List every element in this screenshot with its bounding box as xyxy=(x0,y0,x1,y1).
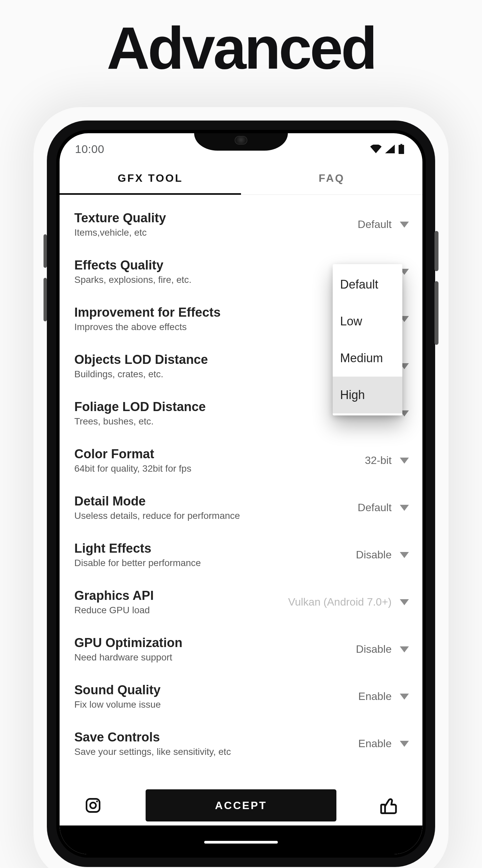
setting-row: Save ControlsSave your settings, like se… xyxy=(74,720,409,767)
setting-select[interactable]: Disable xyxy=(356,549,409,561)
phone-button-left-1 xyxy=(43,234,47,268)
tabs: GFX TOOL FAQ xyxy=(60,162,422,195)
dropdown-item[interactable]: Default xyxy=(333,266,402,303)
setting-value: Enable xyxy=(358,690,392,703)
svg-point-3 xyxy=(90,802,96,808)
chevron-down-icon xyxy=(400,693,409,700)
phone-button-left-2 xyxy=(43,278,47,321)
svg-rect-0 xyxy=(400,144,402,145)
setting-subtitle: Disable for better performance xyxy=(74,558,349,568)
tab-faq[interactable]: FAQ xyxy=(241,162,422,194)
setting-title: Color Format xyxy=(74,447,358,461)
setting-row: Graphics APIReduce GPU loadVulkan (Andro… xyxy=(74,579,409,626)
setting-value: 32-bit xyxy=(365,454,392,467)
screen: 10:00 xyxy=(60,133,422,854)
chevron-down-icon xyxy=(400,222,409,228)
setting-select[interactable]: 32-bit xyxy=(365,454,409,467)
setting-row: Light EffectsDisable for better performa… xyxy=(74,531,409,579)
page-title: Advanced xyxy=(0,19,482,78)
svg-point-4 xyxy=(96,800,98,802)
setting-title: Graphics API xyxy=(74,588,282,603)
setting-title: Texture Quality xyxy=(74,211,351,225)
setting-value: Disable xyxy=(356,643,392,655)
setting-title: Sound Quality xyxy=(74,683,351,697)
setting-row: Sound QualityFix low volume issueEnable xyxy=(74,673,409,720)
setting-subtitle: Items,vehicle, etc xyxy=(74,227,351,238)
setting-title: Detail Mode xyxy=(74,494,351,508)
phone-button-right-1 xyxy=(435,231,439,271)
dropdown-item[interactable]: Low xyxy=(333,303,402,340)
setting-title: GPU Optimization xyxy=(74,636,349,650)
thumbs-up-icon xyxy=(380,796,398,815)
setting-select[interactable]: Enable xyxy=(358,690,409,703)
setting-row: Detail ModeUseless details, reduce for p… xyxy=(74,484,409,531)
like-button[interactable] xyxy=(376,792,402,819)
dropdown-popup: DefaultLowMediumHigh xyxy=(333,264,402,415)
clock: 10:00 xyxy=(75,143,104,156)
svg-rect-1 xyxy=(399,145,404,154)
phone-button-right-2 xyxy=(435,281,439,345)
setting-meta: Save ControlsSave your settings, like se… xyxy=(74,730,358,757)
chevron-down-icon xyxy=(400,741,409,747)
setting-meta: Sound QualityFix low volume issue xyxy=(74,683,358,710)
svg-rect-5 xyxy=(381,805,385,813)
chevron-down-icon xyxy=(400,505,409,511)
setting-subtitle: Useless details, reduce for performance xyxy=(74,510,351,521)
setting-subtitle: Need hardware support xyxy=(74,652,349,663)
chevron-down-icon xyxy=(400,552,409,558)
setting-subtitle: Save your settings, like sensitivity, et… xyxy=(74,746,351,757)
tab-gfx-tool[interactable]: GFX TOOL xyxy=(60,162,241,194)
setting-value: Default xyxy=(358,501,392,514)
setting-row: Texture QualityItems,vehicle, etcDefault xyxy=(74,201,409,248)
chevron-down-icon xyxy=(400,458,409,464)
setting-value: Vulkan (Android 7.0+) xyxy=(288,596,392,608)
setting-title: Light Effects xyxy=(74,541,349,556)
setting-subtitle: Trees, bushes, etc. xyxy=(74,416,393,427)
setting-subtitle: 64bit for quality, 32bit for fps xyxy=(74,463,358,474)
setting-subtitle: Fix low volume issue xyxy=(74,699,351,710)
setting-meta: Light EffectsDisable for better performa… xyxy=(74,541,356,568)
setting-meta: Texture QualityItems,vehicle, etc xyxy=(74,211,358,238)
setting-select[interactable]: Enable xyxy=(358,738,409,750)
setting-value: Default xyxy=(358,218,392,230)
setting-meta: Detail ModeUseless details, reduce for p… xyxy=(74,494,358,521)
setting-meta: Graphics APIReduce GPU load xyxy=(74,588,288,616)
dropdown-item[interactable]: Medium xyxy=(333,340,402,377)
instagram-button[interactable] xyxy=(80,792,106,819)
chevron-down-icon xyxy=(400,599,409,605)
nav-pill[interactable] xyxy=(204,841,278,843)
setting-subtitle: Reduce GPU load xyxy=(74,605,282,616)
instagram-icon xyxy=(84,797,102,814)
setting-select[interactable]: Disable xyxy=(356,643,409,655)
setting-value: Disable xyxy=(356,549,392,561)
bottom-bar: ACCEPT xyxy=(60,785,422,826)
setting-meta: GPU OptimizationNeed hardware support xyxy=(74,636,356,663)
chevron-down-icon xyxy=(400,646,409,652)
setting-select[interactable]: Vulkan (Android 7.0+) xyxy=(288,596,409,608)
signal-icon xyxy=(385,145,395,153)
setting-title: Save Controls xyxy=(74,730,351,744)
phone-mockup: 10:00 xyxy=(47,121,435,867)
setting-row: Color Format64bit for quality, 32bit for… xyxy=(74,437,409,484)
setting-meta: Color Format64bit for quality, 32bit for… xyxy=(74,447,365,474)
setting-row: GPU OptimizationNeed hardware supportDis… xyxy=(74,626,409,673)
accept-button[interactable]: ACCEPT xyxy=(146,789,336,822)
phone-notch xyxy=(194,133,288,151)
navigation-strip xyxy=(60,826,422,854)
front-camera xyxy=(235,136,247,145)
setting-value: Enable xyxy=(358,738,392,750)
dropdown-item[interactable]: High xyxy=(333,377,402,413)
wifi-icon xyxy=(370,145,382,153)
setting-select[interactable]: Default xyxy=(358,501,409,514)
setting-select[interactable]: Default xyxy=(358,218,409,230)
battery-icon xyxy=(398,144,404,154)
